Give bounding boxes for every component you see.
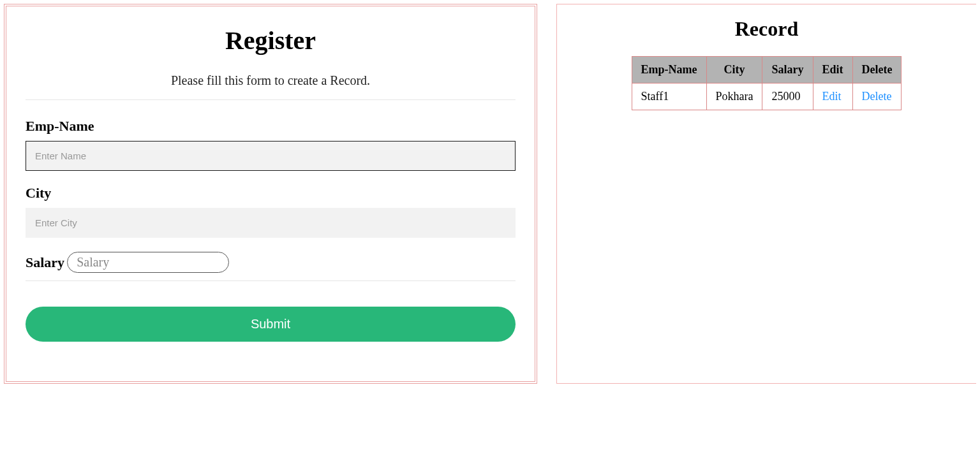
- salary-label: Salary: [26, 254, 64, 271]
- header-city: City: [706, 57, 762, 84]
- salary-input[interactable]: [67, 252, 229, 273]
- header-salary: Salary: [762, 57, 813, 84]
- header-empname: Emp-Name: [632, 57, 706, 84]
- table-header-row: Emp-Name City Salary Edit Delete: [632, 57, 902, 84]
- table-row: Staff1 Pokhara 25000 Edit Delete: [632, 84, 902, 110]
- register-title: Register: [26, 25, 516, 55]
- register-subtitle: Please fill this form to create a Record…: [26, 73, 516, 88]
- cell-edit: Edit: [813, 84, 852, 110]
- cell-delete: Delete: [852, 84, 902, 110]
- cell-empname: Staff1: [632, 84, 706, 110]
- cell-city: Pokhara: [706, 84, 762, 110]
- empname-label: Emp-Name: [26, 118, 516, 135]
- header-delete: Delete: [852, 57, 902, 84]
- cell-salary: 25000: [762, 84, 813, 110]
- register-panel: Register Please fill this form to create…: [4, 4, 537, 384]
- empname-input[interactable]: [26, 141, 516, 171]
- empname-group: Emp-Name: [26, 118, 516, 171]
- salary-group: Salary: [26, 252, 516, 281]
- divider: [26, 99, 516, 100]
- record-table: Emp-Name City Salary Edit Delete Staff1 …: [632, 56, 902, 110]
- submit-button[interactable]: Submit: [26, 307, 516, 342]
- edit-link[interactable]: Edit: [822, 90, 842, 103]
- header-edit: Edit: [813, 57, 852, 84]
- record-panel: Record Emp-Name City Salary Edit Delete …: [556, 4, 976, 384]
- record-title: Record: [576, 17, 957, 41]
- city-group: City: [26, 185, 516, 238]
- city-label: City: [26, 185, 516, 201]
- city-input[interactable]: [26, 208, 516, 238]
- delete-link[interactable]: Delete: [862, 90, 892, 103]
